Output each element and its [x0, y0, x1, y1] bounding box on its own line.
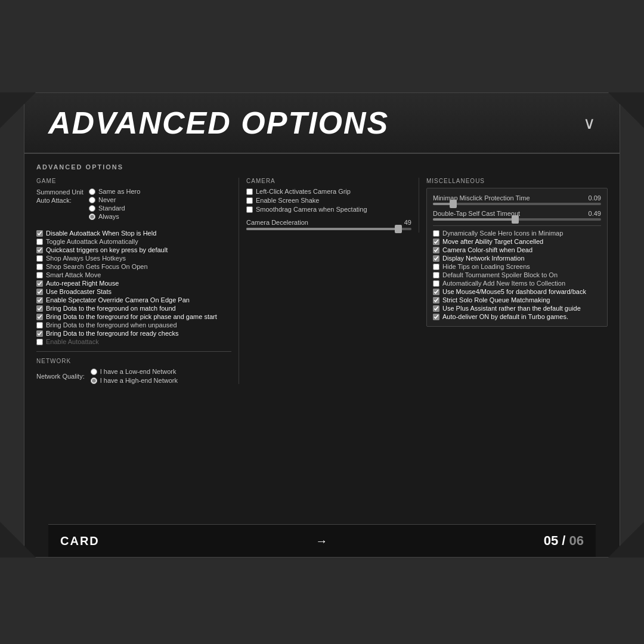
cb-enable-autoattack[interactable]: Enable Autoattack: [36, 338, 231, 345]
radio-standard-input[interactable]: [89, 205, 95, 212]
radio-always-input[interactable]: [89, 213, 95, 220]
cb-auto-add-items[interactable]: Automatically Add New Items to Collectio…: [433, 280, 601, 287]
cb-move-after-cancel-input[interactable]: [433, 239, 439, 245]
radio-always[interactable]: Always: [89, 213, 140, 220]
cb-strict-solo-input[interactable]: [433, 297, 439, 304]
bottom-arrow-icon[interactable]: →: [315, 534, 327, 548]
cb-autorepeat-input[interactable]: [36, 280, 43, 287]
cb-plus-assistant-input[interactable]: [433, 305, 439, 312]
cb-fg-unpause-label: Bring Dota to the foreground when unpaus…: [46, 321, 177, 329]
total-pages: 06: [569, 533, 584, 548]
chevron-down-icon[interactable]: ∨: [583, 113, 596, 133]
cb-auto-add-items-label: Automatically Add New Items to Collectio…: [442, 280, 565, 287]
cb-strict-solo[interactable]: Strict Solo Role Queue Matchmaking: [433, 296, 601, 304]
cb-fg-pick-input[interactable]: [36, 314, 43, 320]
cb-shop-search[interactable]: Shop Search Gets Focus On Open: [36, 263, 231, 270]
cb-auto-deliver-input[interactable]: [433, 314, 439, 320]
cb-broadcaster[interactable]: Use Broadcaster Stats: [36, 288, 231, 295]
cb-mouse4mouse5[interactable]: Use Mouse4/Mouse5 for dashboard forward/…: [433, 288, 601, 295]
cb-fg-unpause[interactable]: Bring Dota to the foreground when unpaus…: [36, 321, 231, 329]
cb-smart-attack[interactable]: Smart Attack Move: [36, 271, 231, 278]
cb-tournament-spoiler-label: Default Tournament Spoiler Block to On: [442, 271, 558, 278]
cb-disable-autoattack-label: Disable Autoattack When Stop is Held: [46, 230, 156, 237]
cb-spectator-camera-input[interactable]: [36, 297, 43, 304]
radio-never[interactable]: Never: [89, 196, 140, 203]
cb-fg-ready[interactable]: Bring Dota to the foreground for ready c…: [36, 330, 231, 337]
cb-fg-unpause-input[interactable]: [36, 322, 43, 329]
cb-display-network-input[interactable]: [433, 255, 439, 262]
radio-same-as-hero[interactable]: Same as Hero: [89, 188, 140, 195]
cb-shop-hotkeys[interactable]: Shop Always Uses Hotkeys: [36, 255, 231, 262]
cb-left-click-camera-input[interactable]: [246, 188, 253, 195]
cb-smart-attack-input[interactable]: [36, 272, 43, 278]
cb-disable-autoattack[interactable]: Disable Autoattack When Stop is Held: [36, 230, 231, 237]
double-tap-slider-track[interactable]: [433, 218, 601, 221]
minimap-slider-track[interactable]: [433, 203, 601, 205]
radio-high-end-input[interactable]: [91, 377, 97, 384]
camera-decel-track[interactable]: [246, 228, 411, 230]
minimap-slider-section: Minimap Misclick Protection Time 0.09: [433, 194, 601, 205]
cb-mouse4mouse5-input[interactable]: [433, 289, 439, 295]
cb-move-after-cancel[interactable]: Move after Ability Target Cancelled: [433, 238, 601, 245]
cb-smart-attack-label: Smart Attack Move: [46, 271, 101, 278]
cb-tournament-spoiler-input[interactable]: [433, 272, 439, 278]
game-section-label: GAME: [36, 178, 231, 184]
camera-decel-fill: [246, 228, 398, 230]
minimap-value: 0.09: [589, 194, 601, 202]
cb-autorepeat[interactable]: Auto-repeat Right Mouse: [36, 280, 231, 287]
cb-dynamically-scale-input[interactable]: [433, 230, 439, 237]
radio-standard[interactable]: Standard: [89, 205, 140, 212]
cb-auto-deliver[interactable]: Auto-deliver ON by default in Turbo game…: [433, 313, 601, 320]
cb-dynamically-scale[interactable]: Dynamically Scale Hero Icons in Minimap: [433, 230, 601, 237]
cb-camera-colorshift-input[interactable]: [433, 247, 439, 253]
camera-decel-slider-row: Camera Deceleration 49: [246, 219, 411, 233]
cb-display-network-label: Display Network Information: [442, 255, 525, 262]
cb-broadcaster-input[interactable]: [36, 289, 43, 295]
cb-plus-assistant[interactable]: Use Plus Assistant rather than the defau…: [433, 305, 601, 312]
cb-screen-shake-input[interactable]: [246, 197, 253, 204]
cb-hide-tips-input[interactable]: [433, 264, 439, 270]
cb-tournament-spoiler[interactable]: Default Tournament Spoiler Block to On: [433, 271, 601, 278]
cb-toggle-autoattack[interactable]: Toggle Autoattack Automatically: [36, 238, 231, 245]
camera-decel-value: 49: [404, 219, 411, 226]
cb-shop-search-input[interactable]: [36, 264, 43, 270]
cb-camera-colorshift-label: Camera Color-shift when Dead: [442, 246, 532, 253]
cb-toggle-autoattack-input[interactable]: [36, 239, 43, 245]
radio-same-as-hero-input[interactable]: [89, 188, 95, 195]
cb-disable-autoattack-input[interactable]: [36, 230, 43, 237]
cb-camera-colorshift[interactable]: Camera Color-shift when Dead: [433, 246, 601, 253]
misc-checkbox-list: Dynamically Scale Hero Icons in Minimap …: [433, 230, 601, 320]
cb-fg-match-input[interactable]: [36, 305, 43, 312]
cb-fg-ready-input[interactable]: [36, 330, 43, 337]
cb-fg-match[interactable]: Bring Dota to the foreground on match fo…: [36, 305, 231, 312]
minimap-slider-thumb[interactable]: [450, 200, 457, 208]
cb-spectator-camera[interactable]: Enable Spectator Override Camera On Edge…: [36, 296, 231, 304]
cb-enable-autoattack-input[interactable]: [36, 339, 43, 345]
cb-broadcaster-label: Use Broadcaster Stats: [46, 288, 112, 295]
double-tap-slider-thumb[interactable]: [512, 215, 519, 224]
radio-low-end[interactable]: I have a Low-end Network: [91, 368, 178, 375]
cb-quickcast[interactable]: Quickcast triggers on key press by defau…: [36, 246, 231, 253]
radio-high-end-label: I have a High-end Network: [100, 377, 178, 384]
double-tap-value: 0.49: [589, 210, 601, 217]
cb-fg-pick[interactable]: Bring Dota to the foreground for pick ph…: [36, 313, 231, 320]
cb-quickcast-input[interactable]: [36, 247, 43, 253]
cb-spectator-camera-label: Enable Spectator Override Camera On Edge…: [46, 296, 190, 304]
camera-checkbox-list: Left-Click Activates Camera Grip Enable …: [246, 188, 411, 213]
cb-left-click-camera[interactable]: Left-Click Activates Camera Grip: [246, 188, 411, 195]
radio-never-input[interactable]: [89, 197, 95, 203]
cb-smoothdrag[interactable]: Smoothdrag Camera when Spectating: [246, 206, 411, 213]
radio-low-end-input[interactable]: [91, 369, 97, 375]
camera-decel-thumb[interactable]: [395, 225, 402, 233]
summoned-unit-row: Summoned Unit Auto Attack: Same as Hero …: [36, 188, 231, 225]
cb-smoothdrag-input[interactable]: [246, 206, 253, 213]
cb-shop-hotkeys-input[interactable]: [36, 255, 43, 262]
cb-auto-add-items-input[interactable]: [433, 280, 439, 287]
cb-hide-tips[interactable]: Hide Tips on Loading Screens: [433, 263, 601, 270]
cb-screen-shake-label: Enable Screen Shake: [256, 197, 319, 204]
cb-screen-shake[interactable]: Enable Screen Shake: [246, 197, 411, 204]
camera-column-inner: CAMERA Left-Click Activates Camera Grip …: [246, 178, 419, 233]
game-column: GAME Summoned Unit Auto Attack: Same as …: [36, 175, 239, 540]
radio-high-end[interactable]: I have a High-end Network: [91, 377, 178, 384]
cb-display-network[interactable]: Display Network Information: [433, 255, 601, 262]
